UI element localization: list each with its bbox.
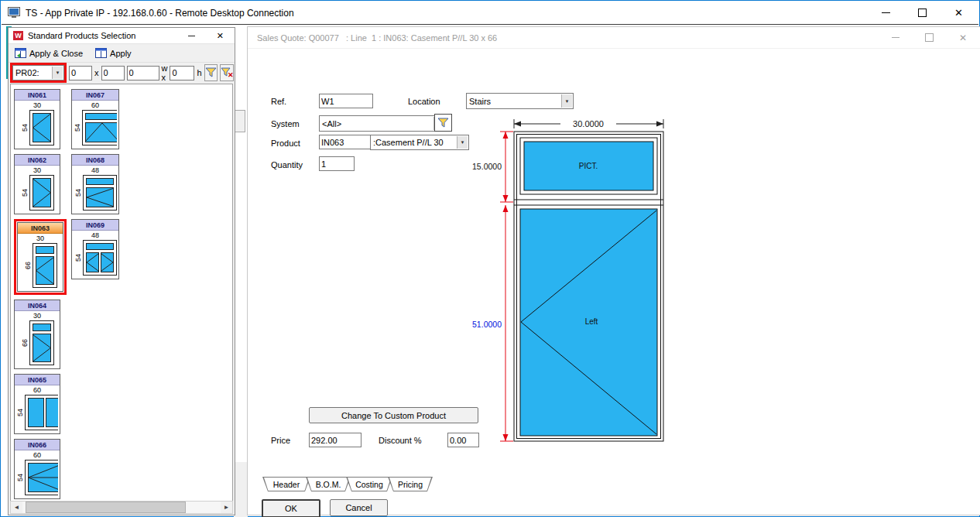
system-combo[interactable]: <All> ▼ — [319, 115, 446, 132]
product-thumbnail — [29, 175, 54, 211]
tab-header[interactable]: Header — [262, 477, 310, 491]
cancel-button[interactable]: Cancel — [330, 499, 388, 516]
x-label: x — [94, 68, 99, 77]
product-height: 54 — [16, 474, 24, 481]
chevron-down-icon[interactable]: ▼ — [561, 94, 572, 108]
product-width: 60 — [72, 101, 118, 110]
product-thumbnail — [83, 175, 117, 211]
window-drawing: 30.0000 PICT. Left — [466, 111, 690, 459]
product-thumbnail — [82, 110, 117, 146]
product-height: 66 — [21, 339, 29, 347]
products-toolbar: Apply & Close Apply — [9, 44, 235, 63]
close-button[interactable]: ✕ — [959, 33, 967, 43]
scroll-left-icon[interactable]: ◄ — [11, 502, 22, 513]
bottom-height-dimension: 51.0000 — [472, 320, 502, 329]
maximize-button[interactable] — [925, 33, 934, 42]
product-thumbnail — [83, 240, 117, 276]
price-label: Price — [271, 436, 290, 445]
scroll-right-icon[interactable]: ► — [221, 502, 232, 513]
product-card-in062[interactable]: IN062 30 54 — [14, 154, 60, 214]
product-code: IN066 — [15, 440, 60, 450]
product-column: IN061 30 54 IN062 30 54 — [14, 89, 67, 499]
location-label: Location — [408, 97, 440, 106]
preset-highlight-box: PR02: ▼ — [10, 63, 67, 83]
product-height: 54 — [16, 409, 24, 416]
background-panel-fragment — [234, 462, 248, 517]
chevron-down-icon[interactable]: ▼ — [52, 67, 63, 79]
minimize-button[interactable] — [892, 37, 899, 38]
scrollbar-track[interactable] — [22, 502, 221, 513]
rdp-app-icon — [8, 7, 20, 19]
price-field[interactable] — [309, 433, 362, 447]
quote-titlebar: Sales Quote: Q00077 : Line 1 : IN063: Ca… — [248, 27, 980, 49]
ok-button[interactable]: OK — [262, 499, 320, 517]
product-card-in069[interactable]: IN069 48 54 — [71, 219, 119, 279]
width-from-field[interactable] — [69, 66, 92, 80]
location-combo[interactable]: Stairs ▼ — [466, 93, 574, 109]
product-code: IN061 — [15, 90, 60, 101]
rdp-title: TS - App Private IP - 192.168.0.60 - Rem… — [26, 8, 294, 19]
product-width: 30 — [15, 311, 60, 320]
tab-costing[interactable]: Costing — [346, 477, 392, 491]
height-from-field[interactable] — [101, 66, 125, 80]
product-card-in061[interactable]: IN061 30 54 — [14, 89, 60, 149]
product-card-in066[interactable]: IN066 60 54 — [14, 439, 60, 499]
close-button[interactable]: ✕ — [954, 8, 963, 18]
product-width: 30 — [15, 101, 60, 110]
product-desc-combo[interactable]: :Casement P//L 30 ▼ — [370, 135, 469, 150]
ref-label: Ref. — [271, 97, 286, 106]
tab-pricing[interactable]: Pricing — [388, 477, 433, 491]
product-card-in063-selected[interactable]: IN063 30 66 — [17, 222, 63, 292]
scrollbar-thumb[interactable] — [26, 502, 186, 513]
quantity-field[interactable] — [319, 156, 355, 171]
height-field[interactable] — [170, 66, 194, 80]
system-filter-button[interactable] — [434, 114, 452, 132]
product-code: IN068 — [72, 155, 118, 166]
product-grid: IN061 30 54 IN062 30 54 — [10, 84, 233, 502]
product-height: 54 — [21, 124, 29, 132]
clear-filter-icon: ✕ — [221, 67, 233, 78]
product-height: 66 — [24, 262, 32, 269]
product-column: IN067 60 54 IN068 48 54 IN06 — [71, 89, 119, 279]
product-width: 60 — [15, 450, 60, 460]
product-thumbnail — [29, 110, 54, 146]
preset-combo[interactable]: PR02: ▼ — [12, 65, 64, 80]
product-card-in067[interactable]: IN067 60 54 — [71, 89, 119, 149]
product-code-field[interactable] — [319, 135, 373, 149]
product-width: 48 — [72, 231, 118, 240]
change-to-custom-button[interactable]: Change To Custom Product — [309, 407, 478, 423]
sales-quote-window: Sales Quote: Q00077 : Line 1 : IN063: Ca… — [247, 26, 980, 515]
apply-button[interactable]: Apply — [93, 46, 134, 60]
system-label: System — [271, 119, 300, 128]
products-filterbar: PR02: ▼ x w x h ✕ — [9, 63, 235, 83]
products-titlebar: W Standard Products Selection ✕ — [9, 28, 235, 44]
ref-field[interactable] — [319, 94, 373, 108]
close-button[interactable]: ✕ — [217, 32, 224, 40]
selected-product-highlight: IN063 30 66 — [14, 219, 67, 295]
clear-filter-button[interactable]: ✕ — [220, 64, 234, 81]
apply-close-button[interactable]: Apply & Close — [12, 46, 85, 60]
discount-field[interactable] — [447, 433, 479, 447]
product-code: IN064 — [15, 300, 60, 311]
rdp-window: TS - App Private IP - 192.168.0.60 - Rem… — [0, 0, 980, 517]
product-code: IN063 — [18, 223, 63, 234]
minimize-button[interactable] — [188, 36, 195, 36]
desktop-area: W Standard Products Selection ✕ Apply & … — [2, 25, 978, 515]
product-card-in068[interactable]: IN068 48 54 — [71, 154, 119, 214]
width-field[interactable] — [127, 66, 159, 80]
product-width: 30 — [18, 234, 63, 243]
product-code: IN062 — [15, 155, 60, 166]
tab-bom[interactable]: B.O.M. — [306, 477, 351, 491]
filter-button[interactable] — [204, 64, 218, 81]
products-app-icon: W — [13, 31, 23, 40]
rdp-titlebar: TS - App Private IP - 192.168.0.60 - Rem… — [2, 2, 978, 25]
product-width: 30 — [15, 166, 60, 175]
horizontal-scrollbar[interactable]: ◄ ► — [10, 501, 233, 514]
width-dimension: 30.0000 — [573, 119, 604, 128]
product-card-in064[interactable]: IN064 30 66 — [14, 300, 60, 369]
minimize-button[interactable] — [882, 12, 890, 13]
product-card-in065[interactable]: IN065 60 54 — [14, 374, 60, 434]
maximize-button[interactable] — [918, 9, 927, 17]
apply-close-icon — [15, 48, 26, 58]
product-width: 48 — [72, 166, 118, 175]
